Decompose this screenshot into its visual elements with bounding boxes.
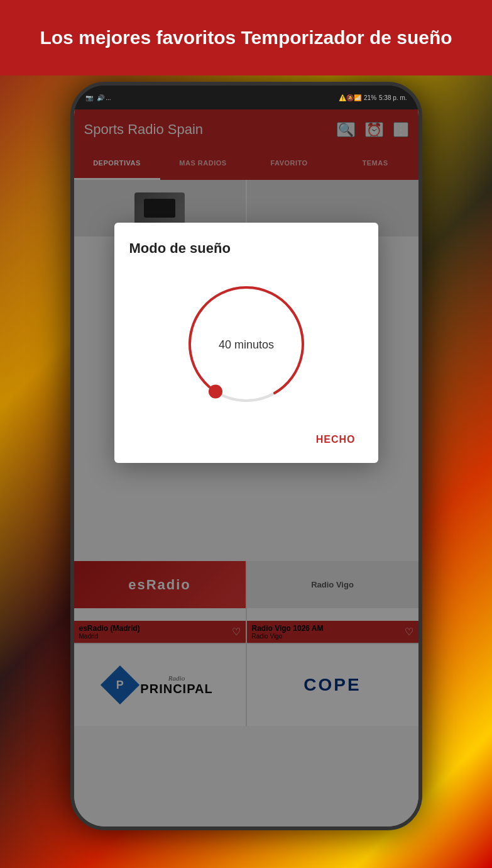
modal-overlay: Modo de sueño bbox=[74, 109, 418, 826]
svg-text:40 minutos: 40 minutos bbox=[218, 338, 273, 351]
battery-percent: 21% bbox=[364, 94, 376, 101]
hecho-button[interactable]: HECHO bbox=[309, 429, 363, 450]
status-bar-left: 📷 🔊 ... bbox=[85, 94, 111, 101]
top-banner: Los mejores favoritos Temporizador de su… bbox=[0, 0, 492, 75]
modal-title: Modo de sueño bbox=[129, 240, 363, 257]
signal-icon: ⚠️🔕📶 bbox=[339, 94, 361, 101]
dial-container[interactable]: 40 minutos bbox=[129, 272, 363, 416]
sleep-mode-modal: Modo de sueño bbox=[114, 223, 378, 463]
svg-point-2 bbox=[208, 384, 222, 398]
status-bar-right: ⚠️🔕📶 21% 5:38 p. m. bbox=[339, 94, 407, 101]
banner-text: Los mejores favoritos Temporizador de su… bbox=[40, 26, 452, 49]
app-content: Sports Radio Spain 🔍 ⏰ ⋮ DEPORTIVAS MAS … bbox=[74, 109, 418, 826]
modal-footer: HECHO bbox=[129, 429, 363, 450]
dial-svg[interactable]: 40 minutos bbox=[174, 272, 319, 416]
status-bar: 📷 🔊 ... ⚠️🔕📶 21% 5:38 p. m. bbox=[74, 86, 418, 109]
status-icons: 🔊 ... bbox=[97, 94, 111, 101]
carrier-text: 📷 bbox=[85, 94, 93, 101]
time-display: 5:38 p. m. bbox=[379, 94, 407, 101]
phone-frame: 📷 🔊 ... ⚠️🔕📶 21% 5:38 p. m. Sports Radio… bbox=[70, 82, 422, 830]
